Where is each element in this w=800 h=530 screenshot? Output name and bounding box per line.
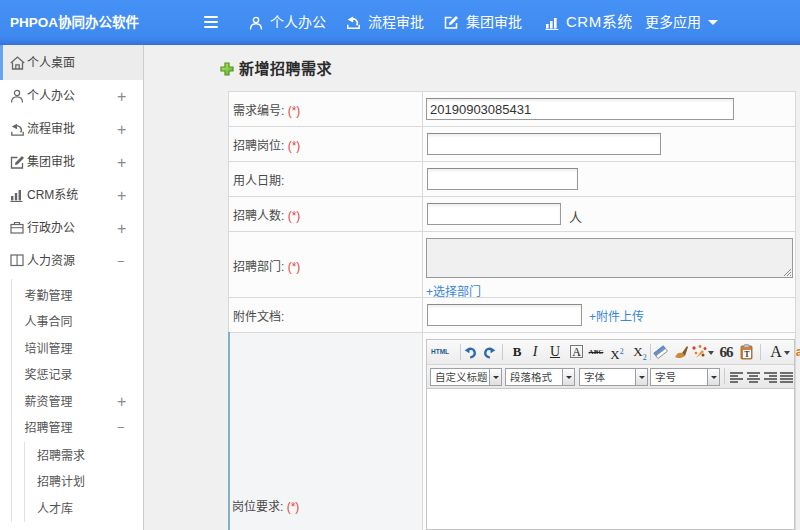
svg-text:T: T (744, 350, 750, 359)
